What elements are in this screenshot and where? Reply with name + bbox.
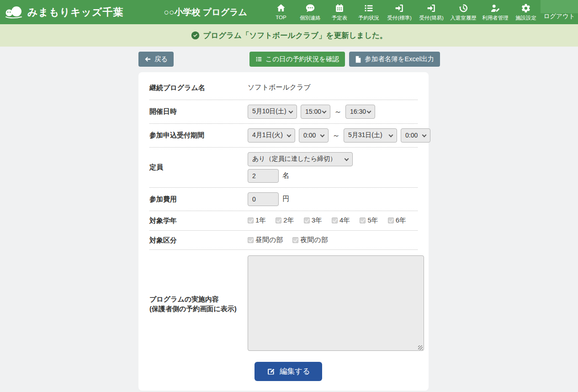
edit-button[interactable]: 編集する <box>255 362 322 381</box>
grade-checkbox-2[interactable]: 2年 <box>276 216 294 225</box>
gear-icon <box>521 3 531 13</box>
schedule-date-select[interactable]: 5月10日(土) <box>248 105 297 119</box>
home-icon <box>276 3 286 13</box>
period-end-date-select[interactable]: 5月31日(土) <box>344 128 397 143</box>
chevron-down-icon <box>422 132 427 137</box>
row-capacity: 定員 あり（定員に達したら締切） 名 <box>149 148 418 188</box>
row-grades: 対象学年 1年 2年 3年 4年 5年 6年 <box>149 211 418 231</box>
row-application-period: 参加申込受付期間 4月1日(火) 0:00 ～ 5月31日(土) 0:00 <box>149 124 418 148</box>
main-nav: TOP 個別連絡 予定表 <box>266 0 578 24</box>
logout-button[interactable]: ログアウト <box>541 0 578 24</box>
row-schedule: 開催日時 5月10日(土) 15:00 ～ 16:30 <box>149 100 418 124</box>
nav-item-uketsuke-kani[interactable]: 受付(簡易) <box>415 0 447 24</box>
program-name-value: ソフトボールクラブ <box>248 83 311 92</box>
nav-item-riyosha-kanri[interactable]: 利用者管理 <box>479 0 511 24</box>
toolbar: 戻る この日の予約状況を確認 参加者名簿をExcel出力 <box>138 52 440 67</box>
schedule-start-time-select[interactable]: 15:00 <box>301 105 330 119</box>
chevron-down-icon <box>287 132 292 137</box>
check-circle-icon <box>191 31 200 40</box>
program-detail-card: 継続プログラム名 ソフトボールクラブ 開催日時 5月10日(土) 15:00 ～… <box>138 72 429 391</box>
nav-item-kobetsu-renraku[interactable]: 個別連絡 <box>296 0 325 24</box>
toolbar-right-group: この日の予約状況を確認 参加者名簿をExcel出力 <box>249 52 440 67</box>
row-category: 対象区分 昼間の部 夜間の部 <box>149 231 418 250</box>
category-checkbox-night[interactable]: 夜間の部 <box>292 236 328 244</box>
grade-checkbox-3[interactable]: 3年 <box>304 216 322 225</box>
fee-input[interactable] <box>248 192 279 206</box>
row-fee: 参加費用 円 <box>149 188 418 211</box>
chevron-down-icon <box>345 156 349 161</box>
app-logo[interactable]: みまもりキッズ千葉 <box>5 5 124 20</box>
app-header: みまもりキッズ千葉 ○○小学校 プログラム TOP 個別連絡 <box>0 0 578 24</box>
checkbox-checked-icon <box>276 217 281 223</box>
nav-item-nyutaishitsu-rireki[interactable]: 入退室履歴 <box>447 0 479 24</box>
period-end-time-select[interactable]: 0:00 <box>401 128 430 143</box>
excel-export-button[interactable]: 参加者名簿をExcel出力 <box>349 52 440 67</box>
row-program-name: 継続プログラム名 ソフトボールクラブ <box>149 76 418 100</box>
checkbox-checked-icon <box>332 217 338 223</box>
chevron-down-icon <box>389 132 393 137</box>
checkbox-checked-icon <box>248 217 254 223</box>
sign-in-icon <box>394 3 404 13</box>
calendar-icon <box>334 3 345 13</box>
list-icon <box>364 3 374 13</box>
file-icon <box>355 56 361 63</box>
schedule-end-time-select[interactable]: 16:30 <box>345 105 375 119</box>
period-start-time-select[interactable]: 0:00 <box>299 128 329 143</box>
success-banner: プログラム「ソフトボールクラブ」を更新しました。 <box>0 24 578 47</box>
edit-button-row: 編集する <box>255 362 418 381</box>
nav-item-shisetsu-settei[interactable]: 施設設定 <box>511 0 541 24</box>
checkbox-checked-icon <box>304 217 310 223</box>
resize-grip-icon[interactable] <box>418 345 423 350</box>
capacity-mode-select[interactable]: あり（定員に達したら締切） <box>248 152 353 166</box>
nav-item-uketsuke-hyojun[interactable]: 受付(標準) <box>383 0 415 24</box>
capacity-unit: 名 <box>282 171 289 180</box>
nav-item-yoyaku-jokyo[interactable]: 予約状況 <box>354 0 383 24</box>
grade-checkbox-1[interactable]: 1年 <box>248 216 266 225</box>
list-icon <box>255 56 262 63</box>
history-icon <box>458 3 468 13</box>
checkbox-checked-icon <box>248 237 254 243</box>
page-title: ○○小学校 プログラム <box>164 6 247 18</box>
nav-item-yoteihyo[interactable]: 予定表 <box>325 0 354 24</box>
fee-unit: 円 <box>282 195 289 203</box>
chevron-down-icon <box>320 132 325 137</box>
mascot-logo-icon <box>5 5 25 20</box>
grade-checkbox-6[interactable]: 6年 <box>388 216 406 225</box>
nav-item-top[interactable]: TOP <box>266 0 296 24</box>
description-textarea[interactable] <box>248 255 424 351</box>
sign-in-icon <box>426 3 436 13</box>
category-checkbox-daytime[interactable]: 昼間の部 <box>248 236 283 244</box>
user-edit-icon <box>490 3 500 13</box>
capacity-input[interactable] <box>248 169 279 183</box>
success-message: プログラム「ソフトボールクラブ」を更新しました。 <box>203 31 387 41</box>
checkbox-checked-icon <box>388 217 394 223</box>
pencil-square-icon <box>266 367 275 376</box>
comment-icon <box>305 3 315 13</box>
checkbox-checked-icon <box>292 237 298 243</box>
chevron-down-icon <box>322 109 327 113</box>
grade-checkbox-4[interactable]: 4年 <box>332 216 350 225</box>
app-logo-text: みまもりキッズ千葉 <box>27 5 124 19</box>
row-description: プログラムの実施内容 (保護者側の予約画面に表示) <box>149 250 418 358</box>
back-button[interactable]: 戻る <box>138 52 174 67</box>
chevron-down-icon <box>367 109 371 113</box>
checkbox-checked-icon <box>360 217 366 223</box>
arrow-left-icon <box>144 56 151 63</box>
reservation-check-button[interactable]: この日の予約状況を確認 <box>249 52 345 67</box>
period-start-date-select[interactable]: 4月1日(火) <box>248 128 295 143</box>
chevron-down-icon <box>289 109 293 113</box>
grade-checkbox-5[interactable]: 5年 <box>360 216 378 225</box>
logout-highlight <box>541 0 578 13</box>
